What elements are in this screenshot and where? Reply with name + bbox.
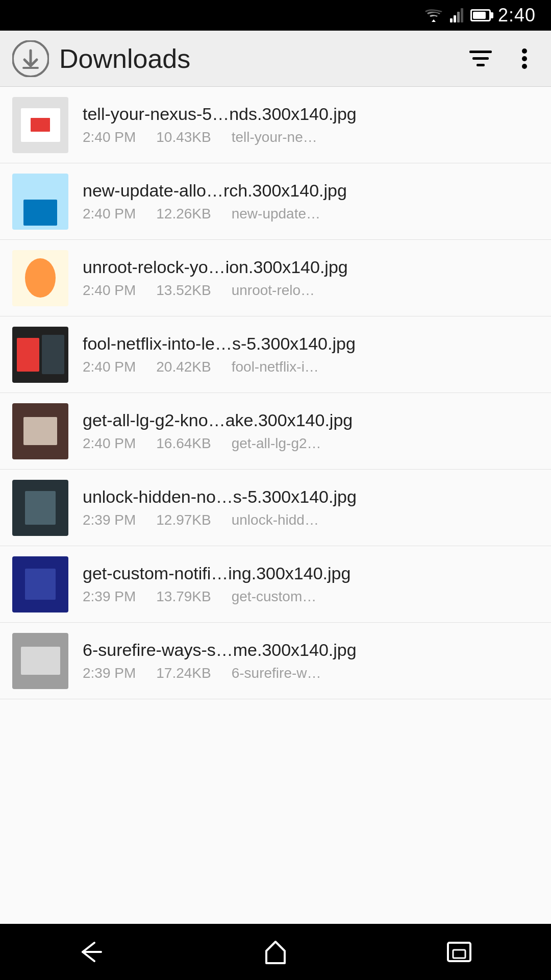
list-item[interactable]: unroot-relock-yo…ion.300x140.jpg 2:40 PM…: [0, 240, 551, 316]
file-source: fool-netflix-i…: [232, 359, 319, 375]
back-icon: [77, 941, 107, 963]
svg-rect-1: [454, 15, 456, 22]
file-time: 2:40 PM: [83, 282, 136, 299]
svg-rect-8: [477, 64, 485, 66]
file-info: fool-netflix-into-le…s-5.300x140.jpg 2:4…: [83, 334, 539, 375]
status-bar: 2:40: [0, 0, 551, 31]
file-size: 10.43KB: [156, 129, 211, 145]
file-size: 13.79KB: [156, 589, 211, 605]
home-icon: [262, 939, 289, 965]
file-thumbnail: [12, 633, 68, 689]
svg-rect-2: [457, 12, 460, 22]
list-item[interactable]: fool-netflix-into-le…s-5.300x140.jpg 2:4…: [0, 316, 551, 393]
wifi-icon: [424, 8, 443, 22]
recents-icon: [446, 941, 472, 963]
file-info: 6-surefire-ways-s…me.300x140.jpg 2:39 PM…: [83, 640, 539, 681]
svg-point-9: [522, 48, 527, 54]
file-info: unroot-relock-yo…ion.300x140.jpg 2:40 PM…: [83, 257, 539, 299]
more-options-button[interactable]: [510, 44, 539, 73]
list-item[interactable]: tell-your-nexus-5…nds.300x140.jpg 2:40 P…: [0, 87, 551, 163]
file-thumbnail: [12, 403, 68, 459]
recents-button[interactable]: [439, 932, 480, 972]
file-name: new-update-allo…rch.300x140.jpg: [83, 181, 539, 201]
svg-point-10: [522, 56, 527, 61]
file-source: get-custom…: [232, 589, 317, 605]
back-button[interactable]: [71, 932, 112, 972]
file-time: 2:40 PM: [83, 129, 136, 145]
file-time: 2:40 PM: [83, 206, 136, 222]
file-time: 2:40 PM: [83, 359, 136, 375]
file-meta: 2:39 PM 17.24KB 6-surefire-w…: [83, 665, 539, 681]
file-source: unlock-hidd…: [232, 512, 319, 528]
file-info: tell-your-nexus-5…nds.300x140.jpg 2:40 P…: [83, 104, 539, 145]
app-bar-actions: [466, 44, 539, 73]
nav-bar: [0, 924, 551, 980]
file-list: tell-your-nexus-5…nds.300x140.jpg 2:40 P…: [0, 87, 551, 924]
file-meta: 2:40 PM 20.42KB fool-netflix-i…: [83, 359, 539, 375]
file-meta: 2:40 PM 10.43KB tell-your-ne…: [83, 129, 539, 145]
file-info: new-update-allo…rch.300x140.jpg 2:40 PM …: [83, 181, 539, 222]
file-size: 13.52KB: [156, 282, 211, 299]
file-meta: 2:40 PM 16.64KB get-all-lg-g2…: [83, 435, 539, 452]
file-thumbnail: [12, 556, 68, 612]
file-thumbnail: [12, 97, 68, 153]
file-info: unlock-hidden-no…s-5.300x140.jpg 2:39 PM…: [83, 487, 539, 528]
file-meta: 2:39 PM 12.97KB unlock-hidd…: [83, 512, 539, 528]
file-source: get-all-lg-g2…: [232, 435, 321, 452]
list-item[interactable]: get-custom-notifi…ing.300x140.jpg 2:39 P…: [0, 546, 551, 623]
file-size: 12.97KB: [156, 512, 211, 528]
file-thumbnail: [12, 480, 68, 536]
file-meta: 2:39 PM 13.79KB get-custom…: [83, 589, 539, 605]
list-item[interactable]: 6-surefire-ways-s…me.300x140.jpg 2:39 PM…: [0, 623, 551, 699]
svg-rect-0: [450, 18, 453, 22]
more-options-icon: [521, 47, 528, 70]
file-source: new-update…: [232, 206, 320, 222]
file-name: tell-your-nexus-5…nds.300x140.jpg: [83, 104, 539, 124]
file-size: 16.64KB: [156, 435, 211, 452]
file-size: 17.24KB: [156, 665, 211, 681]
file-name: unroot-relock-yo…ion.300x140.jpg: [83, 257, 539, 277]
file-time: 2:39 PM: [83, 665, 136, 681]
home-button[interactable]: [255, 932, 296, 972]
downloads-icon: [12, 40, 49, 77]
file-source: tell-your-ne…: [232, 129, 317, 145]
file-size: 12.26KB: [156, 206, 211, 222]
file-name: get-all-lg-g2-kno…ake.300x140.jpg: [83, 410, 539, 430]
svg-rect-6: [469, 51, 492, 53]
file-thumbnail: [12, 250, 68, 306]
file-size: 20.42KB: [156, 359, 211, 375]
file-thumbnail: [12, 174, 68, 230]
file-info: get-custom-notifi…ing.300x140.jpg 2:39 P…: [83, 564, 539, 605]
file-name: get-custom-notifi…ing.300x140.jpg: [83, 564, 539, 583]
page-title: Downloads: [59, 43, 466, 74]
file-source: unroot-relo…: [232, 282, 315, 299]
list-item[interactable]: unlock-hidden-no…s-5.300x140.jpg 2:39 PM…: [0, 470, 551, 546]
svg-rect-13: [453, 950, 465, 958]
file-time: 2:39 PM: [83, 589, 136, 605]
file-name: 6-surefire-ways-s…me.300x140.jpg: [83, 640, 539, 660]
file-name: unlock-hidden-no…s-5.300x140.jpg: [83, 487, 539, 507]
file-name: fool-netflix-into-le…s-5.300x140.jpg: [83, 334, 539, 354]
svg-point-11: [522, 64, 527, 69]
file-thumbnail: [12, 327, 68, 383]
file-source: 6-surefire-w…: [232, 665, 321, 681]
file-meta: 2:40 PM 13.52KB unroot-relo…: [83, 282, 539, 299]
status-icons: 2:40: [424, 5, 536, 26]
file-time: 2:40 PM: [83, 435, 136, 452]
file-time: 2:39 PM: [83, 512, 136, 528]
status-time: 2:40: [498, 5, 536, 26]
signal-icon: [450, 8, 463, 22]
sort-icon: [469, 48, 492, 69]
list-item[interactable]: get-all-lg-g2-kno…ake.300x140.jpg 2:40 P…: [0, 393, 551, 470]
file-info: get-all-lg-g2-kno…ake.300x140.jpg 2:40 P…: [83, 410, 539, 452]
battery-icon: [470, 9, 491, 21]
app-bar: Downloads: [0, 31, 551, 87]
sort-button[interactable]: [466, 44, 495, 73]
svg-rect-7: [472, 57, 489, 60]
file-meta: 2:40 PM 12.26KB new-update…: [83, 206, 539, 222]
list-item[interactable]: new-update-allo…rch.300x140.jpg 2:40 PM …: [0, 163, 551, 240]
svg-rect-3: [461, 8, 463, 22]
